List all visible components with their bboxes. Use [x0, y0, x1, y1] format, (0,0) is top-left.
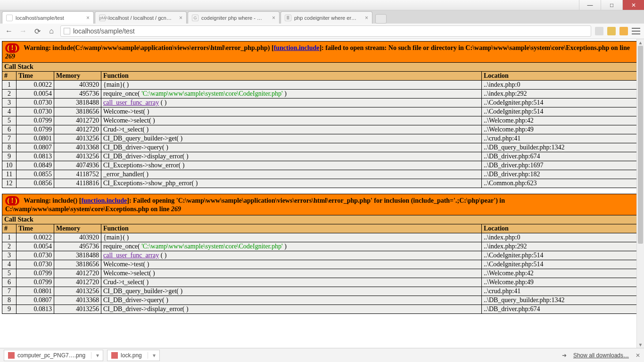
cell-time: 0.0730 — [17, 99, 54, 107]
cell-memory: 403920 — [54, 81, 101, 90]
col-time: Time — [17, 72, 54, 81]
cell-num: 5 — [2, 269, 17, 278]
new-tab-button[interactable] — [375, 14, 387, 24]
window-maximize-button[interactable]: □ — [601, 0, 622, 10]
col-function: Function — [101, 224, 482, 233]
extension-icon-1[interactable] — [595, 27, 603, 35]
tab-label: localhost / localhost / gcn… — [108, 15, 176, 21]
cell-function: CI_DB_driver->display_error( ) — [101, 152, 482, 161]
cell-memory: 4013368 — [54, 296, 101, 305]
cell-time: 0.0807 — [17, 296, 54, 305]
tab-close-icon[interactable]: × — [272, 15, 275, 21]
php-func-link[interactable]: call_user_func_array — [103, 99, 159, 106]
cell-function: Welcome->select( ) — [101, 116, 482, 125]
cell-time: 0.0856 — [17, 179, 54, 188]
extension-icon-2[interactable] — [607, 27, 616, 35]
cell-memory: 4118752 — [54, 170, 101, 179]
cell-time: 0.0849 — [17, 161, 54, 170]
browser-tab[interactable]: localhost/sample/test× — [2, 11, 94, 24]
cell-num: 6 — [2, 125, 17, 134]
cell-function: _error_handler( ) — [101, 170, 482, 179]
function-include-link[interactable]: function.include — [274, 44, 320, 51]
extension-icon-3[interactable] — [619, 27, 628, 35]
cell-num: 9 — [2, 152, 17, 161]
php-func-link[interactable]: call_user_func_array — [103, 252, 159, 259]
cell-function: require_once( 'C:\wamp\www\sample\system… — [101, 90, 482, 99]
cell-location: ..\index.php:0 — [482, 81, 642, 90]
function-include-link[interactable]: function.include — [81, 197, 127, 204]
cell-memory: 4012720 — [54, 269, 101, 278]
tab-favicon: ≣ — [285, 15, 291, 21]
cell-time: 0.0054 — [17, 90, 54, 99]
back-button[interactable]: ← — [4, 26, 14, 36]
download-menu-icon[interactable]: ▾ — [148, 352, 156, 359]
browser-tab[interactable]: ≣php codeigniter where er…× — [281, 11, 372, 24]
stack-row: 90.08134013256CI_DB_driver->display_erro… — [2, 152, 642, 161]
home-button[interactable]: ⌂ — [46, 26, 57, 36]
tab-favicon: pMA — [99, 15, 106, 21]
cell-location: ..\DB_query_builder.php:1342 — [482, 143, 642, 152]
cell-num: 4 — [2, 260, 17, 269]
stack-row: 80.08074013368CI_DB_driver->query( )..\D… — [2, 143, 642, 152]
col-num: # — [2, 72, 17, 81]
scrollbar-thumb[interactable] — [638, 46, 643, 244]
cell-location: ..\DB_driver.php:1697 — [482, 161, 642, 170]
scroll-up-icon[interactable]: ▲ — [637, 39, 644, 46]
col-memory: Memory — [54, 72, 101, 81]
tab-close-icon[interactable]: × — [179, 15, 182, 21]
address-url: localhost/sample/test — [73, 27, 135, 35]
window-close-button[interactable]: ✕ — [622, 0, 644, 10]
cell-num: 12 — [2, 179, 17, 188]
scroll-down-icon[interactable]: ▼ — [637, 341, 644, 348]
stack-row: 10.0022403920{main}( )..\index.php:0 — [2, 233, 642, 242]
call-stack-header: Call Stack — [2, 63, 642, 72]
xdebug-error-table: ( ! ) Warning: include(C:\wamp\www\sampl… — [2, 41, 642, 188]
cell-num: 9 — [2, 305, 17, 314]
vertical-scrollbar[interactable]: ▲ ▼ — [636, 39, 644, 348]
cell-location: ..\index.php:292 — [482, 90, 642, 99]
cell-num: 10 — [2, 161, 17, 170]
reload-button[interactable]: ⟳ — [32, 26, 42, 36]
cell-location: ..\index.php:0 — [482, 233, 642, 242]
cell-function: CI_DB_query_builder->get( ) — [101, 134, 482, 143]
downloads-shelf-close-icon[interactable]: ✕ — [636, 352, 640, 359]
cell-function: Crud->t_select( ) — [101, 278, 482, 287]
cell-time: 0.0799 — [17, 269, 54, 278]
cell-num: 4 — [2, 107, 17, 116]
tab-close-icon[interactable]: × — [86, 15, 90, 21]
chrome-menu-button[interactable] — [632, 28, 640, 34]
cell-time: 0.0022 — [17, 233, 54, 242]
show-all-downloads-link[interactable]: Show all downloads… — [573, 352, 629, 359]
cell-time: 0.0799 — [17, 116, 54, 125]
cell-num: 8 — [2, 296, 17, 305]
cell-memory: 4074936 — [54, 161, 101, 170]
stack-row: 30.07303818488call_user_func_array ( )..… — [2, 251, 642, 260]
cell-function: Welcome->test( ) — [101, 107, 482, 116]
cell-memory: 3818488 — [54, 99, 101, 107]
cell-location: ..\DB_driver.php:674 — [482, 152, 642, 161]
download-filename: lock.png — [121, 352, 142, 359]
stack-row: 20.0054495736require_once( 'C:\wamp\www\… — [2, 90, 642, 99]
cell-num: 8 — [2, 143, 17, 152]
window-minimize-button[interactable]: — — [579, 0, 601, 10]
stack-row: 20.0054495736require_once( 'C:\wamp\www\… — [2, 242, 642, 251]
cell-location: ..\Welcome.php:49 — [482, 125, 642, 134]
cell-memory: 4013256 — [54, 287, 101, 296]
cell-function: {main}( ) — [101, 81, 482, 90]
download-item[interactable]: lock.png▾ — [107, 350, 160, 361]
browser-tab[interactable]: Gcodeigniter php where - …× — [188, 11, 280, 24]
file-icon — [111, 352, 118, 359]
cell-memory: 4013256 — [54, 152, 101, 161]
download-item[interactable]: computer_pc_PNG7….png▾ — [4, 350, 103, 361]
forward-button[interactable]: → — [18, 26, 28, 36]
cell-time: 0.0807 — [17, 143, 54, 152]
stack-row: 30.07303818488call_user_func_array ( )..… — [2, 99, 642, 107]
download-menu-icon[interactable]: ▾ — [91, 352, 99, 359]
cell-time: 0.0799 — [17, 278, 54, 287]
cell-memory: 4012720 — [54, 116, 101, 125]
cell-function: Welcome->test( ) — [101, 260, 482, 269]
browser-tab[interactable]: pMAlocalhost / localhost / gcn…× — [95, 11, 187, 24]
cell-time: 0.0054 — [17, 242, 54, 251]
address-bar[interactable]: localhost/sample/test — [60, 25, 591, 37]
tab-close-icon[interactable]: × — [365, 15, 368, 21]
